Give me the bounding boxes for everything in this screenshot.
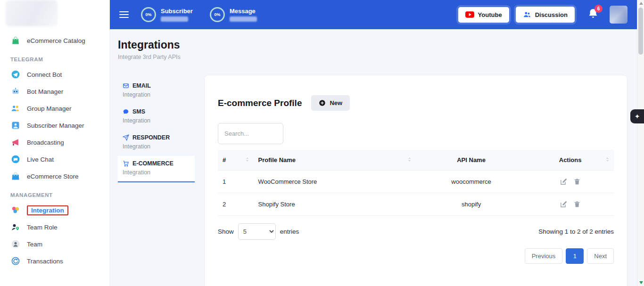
discussion-button[interactable]: Discussion (516, 7, 575, 23)
vertical-scrollbar[interactable] (637, 0, 644, 286)
edit-icon[interactable] (560, 178, 568, 186)
sms-bubble-icon (123, 108, 129, 115)
sidebar-item-label: Broadcasting (27, 139, 64, 146)
plus-circle-icon (319, 99, 326, 106)
page-subtitle: Integrate 3rd Party APIs (118, 54, 637, 60)
envelope-icon (123, 82, 129, 89)
scrollbar-thumb[interactable] (638, 8, 643, 55)
sidebar-item-bot-manager[interactable]: Bot Manager (0, 83, 109, 100)
megaphone-icon (10, 137, 21, 147)
assistant-fab-button[interactable]: ✦ (630, 109, 644, 123)
subscriber-person-icon (10, 120, 21, 131)
row-profile-name: WooCommerce Store (254, 171, 416, 193)
scroll-up-arrow-icon[interactable] (639, 2, 643, 5)
users-icon (523, 11, 531, 18)
sidebar-item-label: Team (27, 241, 42, 248)
sidebar-item-integration[interactable]: Integration (0, 202, 109, 219)
tab-sub-label: Integration (123, 143, 190, 150)
sidebar-item-label: eCommerce Catalog (27, 37, 85, 44)
message-value-blurred (230, 16, 257, 22)
sidebar-section-telegram: TELEGRAM (0, 49, 109, 66)
showing-info: Showing 1 to 2 of 2 entries (538, 228, 614, 235)
integration-circles-icon (10, 205, 21, 215)
sidebar-item-label: Group Manager (27, 105, 72, 112)
chat-bubble-icon (10, 154, 21, 164)
subscriber-percent: 0% (145, 12, 151, 17)
sidebar-item-connect-bot[interactable]: Connect Bot (0, 66, 109, 83)
sidebar-item-subscriber-manager[interactable]: Subscriber Manager (0, 117, 109, 134)
hamburger-menu-icon[interactable] (119, 9, 129, 20)
table-row: 2 Shopify Store shopify (218, 193, 614, 216)
delete-icon[interactable] (573, 200, 581, 208)
tab-sub-label: Integration (123, 91, 190, 98)
robot-icon (10, 86, 21, 97)
row-num: 1 (218, 171, 254, 193)
user-avatar[interactable] (610, 6, 627, 24)
new-button-label: New (330, 99, 342, 106)
sidebar-item-ecommerce-store[interactable]: eCommerce Store (0, 168, 109, 185)
page-size-select[interactable]: 5 (238, 223, 276, 240)
tab-sub-label: Integration (123, 117, 190, 124)
youtube-button-label: Youtube (478, 11, 502, 18)
store-bag-icon (10, 171, 21, 181)
discussion-button-label: Discussion (535, 11, 568, 18)
sort-icon (605, 156, 610, 163)
header-actions[interactable]: Actions (527, 150, 614, 171)
sidebar-item-team[interactable]: Team (0, 236, 109, 253)
circular-arrows-icon (10, 256, 21, 266)
topbar: 0% Subscriber 0% Message Youtube Discuss… (110, 0, 637, 29)
subscriber-value-blurred (161, 16, 188, 22)
show-label: Show (218, 228, 234, 235)
sidebar-item-transactions[interactable]: Transactions (0, 253, 109, 270)
shopping-bag-icon (10, 35, 21, 46)
group-people-icon (10, 103, 21, 114)
subscriber-progress-ring: 0% (141, 7, 156, 22)
sidebar-item-label: Connect Bot (27, 71, 62, 78)
sidebar-item-label: Transactions (27, 258, 63, 265)
youtube-icon (465, 11, 474, 18)
sparkle-icon: ✦ (635, 113, 640, 120)
current-page-button[interactable]: 1 (566, 248, 584, 264)
sidebar-item-broadcasting[interactable]: Broadcasting (0, 134, 109, 151)
table-header-row: # Profile Name API Name (218, 150, 614, 171)
delete-icon[interactable] (573, 178, 581, 186)
ecommerce-profile-card: E-commerce Profile New # (204, 75, 627, 286)
tab-sms-integration[interactable]: SMS Integration (118, 104, 195, 130)
row-api-name: woocommerce (416, 171, 527, 193)
subscriber-label: Subscriber (161, 8, 193, 15)
previous-page-button[interactable]: Previous (525, 248, 563, 264)
sidebar-item-label: Integration (31, 207, 64, 214)
sidebar-item-live-chat[interactable]: Live Chat (0, 151, 109, 168)
row-num: 2 (218, 193, 254, 216)
sidebar-item-group-manager[interactable]: Group Manager (0, 100, 109, 117)
new-profile-button[interactable]: New (311, 95, 350, 111)
tab-name: EMAIL (132, 82, 151, 89)
message-progress-ring: 0% (210, 7, 225, 22)
youtube-button[interactable]: Youtube (458, 7, 509, 23)
header-profile-name[interactable]: Profile Name (254, 150, 416, 171)
sidebar-item-label: Team Role (27, 224, 58, 231)
card-title: E-commerce Profile (218, 98, 302, 108)
notifications-button[interactable]: 6 (588, 8, 598, 21)
tab-ecommerce-integration[interactable]: E-COMMERCE Integration (118, 156, 195, 182)
edit-icon[interactable] (560, 200, 568, 208)
active-item-highlight-box: Integration (27, 205, 68, 215)
tab-email-integration[interactable]: EMAIL Integration (118, 78, 195, 104)
scroll-down-arrow-icon[interactable] (639, 281, 643, 284)
sidebar-item-team-role[interactable]: Team Role (0, 219, 109, 236)
header-num[interactable]: # (218, 150, 254, 171)
person-pin-icon (10, 222, 21, 232)
page-title: Integrations (118, 39, 637, 51)
row-api-name: shopify (416, 193, 527, 216)
sort-icon (407, 156, 412, 163)
sidebar-item-label: Subscriber Manager (27, 122, 84, 129)
shopping-cart-icon (123, 160, 129, 167)
pagination: Previous 1 Next (218, 248, 614, 264)
tab-responder-integration[interactable]: RESPONDER Integration (118, 130, 195, 155)
search-input[interactable] (218, 123, 283, 144)
next-page-button[interactable]: Next (587, 248, 614, 264)
profiles-table: # Profile Name API Name (218, 150, 614, 216)
message-percent: 0% (214, 12, 220, 17)
sidebar-item-ecommerce-catalog[interactable]: eCommerce Catalog (0, 32, 109, 49)
header-api-name[interactable]: API Name (416, 150, 527, 171)
